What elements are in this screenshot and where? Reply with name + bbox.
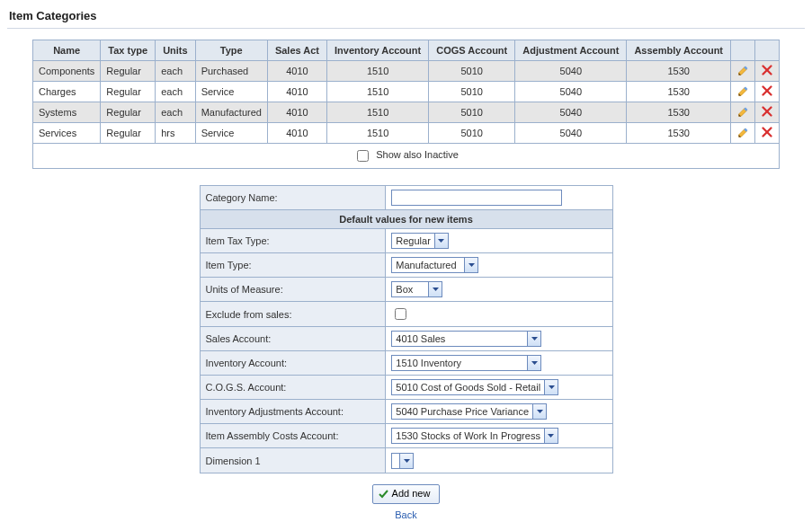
col-units: Units	[156, 40, 196, 61]
cell-adjust: 5040	[515, 61, 627, 82]
cell-assembly: 1530	[627, 82, 731, 102]
svg-marker-16	[404, 459, 410, 463]
exclude-from-sales-checkbox[interactable]	[395, 308, 406, 320]
categories-table: Name Tax type Units Type Sales Act Inven…	[32, 40, 780, 144]
show-inactive-row: Show also Inactive	[32, 144, 780, 169]
cell-inventory: 1510	[327, 102, 429, 123]
cell-tax: Regular	[101, 102, 156, 123]
svg-marker-13	[549, 385, 555, 389]
svg-marker-8	[438, 239, 444, 243]
sales-account-select[interactable]: 4010 Sales	[391, 331, 541, 347]
label-sales-acct: Sales Account:	[200, 327, 386, 351]
chevron-down-icon	[399, 454, 413, 468]
label-exclude: Exclude from sales:	[200, 302, 386, 327]
label-cogs-acct: C.O.G.S. Account:	[200, 376, 386, 400]
col-name: Name	[32, 40, 100, 61]
cell-sales: 4010	[267, 102, 326, 123]
label-invadj-acct: Inventory Adjustments Account:	[200, 400, 386, 424]
delete-icon[interactable]	[761, 65, 773, 77]
category-form: Category Name: Default values for new it…	[200, 185, 613, 473]
item-type-select[interactable]: Manufactured	[391, 257, 478, 273]
show-inactive-checkbox[interactable]	[357, 150, 369, 162]
cell-adjust: 5040	[515, 123, 627, 144]
cell-tax: Regular	[101, 82, 156, 102]
cell-name: Components	[32, 61, 100, 82]
divider	[7, 28, 805, 29]
pencil-icon[interactable]	[736, 85, 749, 98]
col-assembly: Assembly Account	[627, 40, 731, 61]
cell-type: Purchased	[195, 61, 267, 82]
cell-cogs: 5010	[429, 61, 515, 82]
item-tax-select[interactable]: Regular	[391, 233, 449, 249]
chevron-down-icon	[532, 404, 546, 419]
svg-marker-9	[468, 263, 475, 267]
pencil-icon[interactable]	[736, 127, 749, 139]
col-adjust: Adjustment Account	[515, 40, 627, 61]
table-row: ChargesRegulareachService401015105010504…	[32, 82, 779, 102]
table-row: ServicesRegularhrsService401015105010504…	[32, 123, 779, 144]
delete-icon[interactable]	[761, 127, 773, 139]
cell-units: hrs	[156, 123, 196, 144]
chevron-down-icon	[544, 429, 558, 443]
svg-marker-10	[433, 288, 439, 291]
cell-inventory: 1510	[327, 82, 429, 102]
inventory-adjustments-account-select[interactable]: 5040 Purchase Price Variance	[391, 403, 547, 420]
label-item-tax: Item Tax Type:	[200, 229, 386, 253]
chevron-down-icon	[544, 380, 558, 394]
chevron-down-icon	[428, 282, 442, 296]
cell-cogs: 5010	[429, 102, 515, 123]
table-row: SystemsRegulareachManufactured4010151050…	[32, 102, 779, 123]
assembly-costs-account-select[interactable]: 1530 Stocks of Work In Progress	[391, 428, 558, 444]
svg-marker-12	[531, 361, 538, 365]
cogs-account-select[interactable]: 5010 Cost of Goods Sold - Retail	[391, 379, 558, 395]
cell-inventory: 1510	[327, 123, 429, 144]
cell-tax: Regular	[101, 61, 156, 82]
cell-type: Manufactured	[195, 102, 267, 123]
cell-name: Services	[32, 123, 100, 144]
cell-inventory: 1510	[327, 61, 429, 82]
add-new-button[interactable]: Add new	[372, 484, 441, 504]
chevron-down-icon	[527, 356, 540, 370]
pencil-icon[interactable]	[736, 106, 749, 119]
cell-units: each	[156, 102, 196, 123]
chevron-down-icon	[434, 234, 448, 248]
cell-name: Charges	[32, 82, 100, 102]
cell-assembly: 1530	[627, 61, 731, 82]
cell-sales: 4010	[267, 123, 326, 144]
delete-icon[interactable]	[761, 85, 773, 98]
col-cogs: COGS Account	[429, 40, 515, 61]
cell-units: each	[156, 61, 196, 82]
svg-marker-11	[531, 337, 538, 341]
cell-units: each	[156, 82, 196, 102]
cell-type: Service	[195, 82, 267, 102]
cell-tax: Regular	[101, 123, 156, 144]
cell-assembly: 1530	[627, 123, 731, 144]
back-link[interactable]: Back	[7, 509, 805, 520]
chevron-down-icon	[464, 258, 477, 272]
pencil-icon[interactable]	[736, 65, 749, 77]
units-select[interactable]: Box	[391, 281, 442, 297]
cell-type: Service	[195, 123, 267, 144]
table-row: ComponentsRegulareachPurchased4010151050…	[32, 61, 779, 82]
dimension-1-select[interactable]	[391, 453, 414, 469]
page-title: Item Categories	[9, 9, 805, 22]
cell-cogs: 5010	[429, 82, 515, 102]
cell-name: Systems	[32, 102, 100, 123]
col-tax: Tax type	[101, 40, 156, 61]
col-edit	[731, 40, 755, 61]
cell-sales: 4010	[267, 61, 326, 82]
cell-assembly: 1530	[627, 102, 731, 123]
cell-cogs: 5010	[429, 123, 515, 144]
delete-icon[interactable]	[761, 106, 773, 119]
col-inventory: Inventory Account	[327, 40, 429, 61]
cell-sales: 4010	[267, 82, 326, 102]
label-units: Units of Measure:	[200, 278, 386, 302]
label-assembly-acct: Item Assembly Costs Account:	[200, 424, 386, 448]
inventory-account-select[interactable]: 1510 Inventory	[391, 355, 541, 371]
cell-adjust: 5040	[515, 82, 627, 102]
label-inv-acct: Inventory Account:	[200, 351, 386, 376]
col-sales: Sales Act	[267, 40, 326, 61]
check-icon	[379, 489, 388, 500]
form-section-header: Default values for new items	[200, 210, 612, 229]
category-name-input[interactable]	[391, 190, 562, 206]
